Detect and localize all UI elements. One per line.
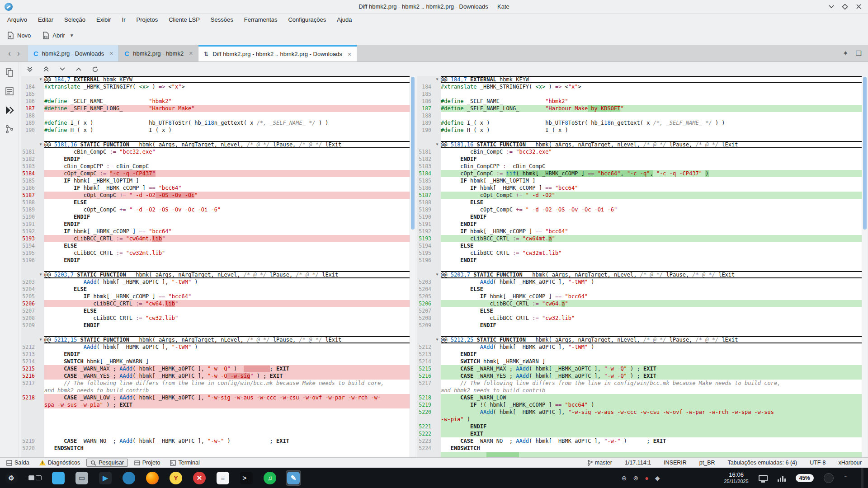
minimize-button[interactable] — [827, 3, 835, 11]
fold-arrow-icon[interactable]: ▼ — [434, 336, 441, 343]
taskbar-yellow-app-icon[interactable]: Y — [168, 470, 184, 486]
line-number: 188 — [21, 112, 37, 119]
night-color-icon[interactable] — [824, 473, 834, 483]
taskbar-kate-icon[interactable]: ✎ — [286, 470, 301, 486]
taskbar-media-player-icon[interactable]: ▶ — [98, 470, 113, 486]
quick-open-icon[interactable]: ✦ — [843, 49, 849, 57]
open-dropdown-caret-icon[interactable]: ▼ — [70, 33, 74, 38]
tab-close-icon[interactable]: × — [109, 50, 113, 57]
diff-spacer-row — [21, 416, 410, 423]
tray-notify-icon[interactable]: ◆ — [655, 474, 660, 482]
new-document-button[interactable]: Novo — [7, 32, 31, 39]
reload-diff-icon[interactable] — [90, 64, 100, 75]
toolview-button-terminal[interactable]: Terminal — [166, 459, 203, 466]
battery-indicator[interactable]: 45% — [796, 474, 814, 482]
tab-0[interactable]: Chbmk2.prg - Downloads× — [28, 45, 119, 61]
taskbar-spotify-icon[interactable]: ♫ — [262, 470, 278, 486]
diff-code-row: 5182 ENDIF — [21, 155, 410, 163]
taskbar-system-settings-icon[interactable] — [51, 470, 66, 486]
open-button-label: Abrir — [52, 32, 65, 39]
show-desktop-button[interactable] — [861, 468, 863, 488]
menu-item-sessões[interactable]: Sessões — [211, 16, 233, 23]
fold-arrow-icon[interactable]: ▼ — [37, 271, 44, 278]
debug-panel-icon[interactable] — [4, 104, 15, 116]
tray-red-dot-icon[interactable]: ● — [645, 474, 648, 482]
left-pane-scrollbar-thumb[interactable] — [411, 77, 415, 230]
system-monitor-icon[interactable] — [778, 474, 786, 482]
fold-arrow-icon[interactable]: ▼ — [434, 141, 441, 148]
right-pane-scrollbar-thumb[interactable] — [863, 77, 867, 230]
fold-arrow-icon[interactable]: ▼ — [434, 271, 441, 278]
jump-last-difference-icon[interactable] — [24, 64, 35, 75]
menu-item-seleção[interactable]: Seleção — [64, 16, 85, 23]
clock[interactable]: 16:06 25/11/2025 — [724, 472, 749, 484]
taskbar-virtual-desktops-icon[interactable] — [27, 470, 42, 486]
diff-pane-right-code[interactable]: ▼@@ 184,7 EXTERNAL hbmk_KEYW184#xtransla… — [417, 76, 862, 457]
menu-item-cliente-lsp[interactable]: Cliente LSP — [169, 16, 200, 23]
symbols-panel-icon[interactable] — [4, 85, 15, 97]
display-settings-icon[interactable] — [759, 475, 768, 481]
tab-settings[interactable]: Tabulações emuladas: 6 (4) — [728, 460, 797, 466]
close-button[interactable] — [854, 3, 863, 11]
tab-2[interactable]: ⇄Diff hbmk2.prg - hbmk2 .. hbmk2.prg - D… — [198, 45, 357, 61]
git-branch-indicator[interactable]: master — [587, 460, 612, 466]
fold-arrow-icon[interactable]: ▼ — [37, 141, 44, 148]
taskbar-red-app-icon[interactable]: ✕ — [192, 470, 207, 486]
menu-item-projetos[interactable]: Projetos — [137, 16, 158, 23]
previous-difference-icon[interactable] — [73, 64, 84, 75]
menu-item-editar[interactable]: Editar — [38, 16, 53, 23]
taskbar-app-launcher-icon[interactable]: ⚙ — [4, 470, 19, 486]
diff-code-row: 5187 cOpt_CompC += " -d -O2" — [417, 192, 862, 199]
line-number — [21, 401, 37, 408]
diff-hunk-header: ▼@@ 184,7 EXTERNAL hbmk_KEYW — [417, 76, 862, 83]
right-pane-scrollbar[interactable] — [862, 76, 867, 457]
tab-history-forward-button[interactable]: › — [17, 49, 20, 58]
menu-item-ferramentas[interactable]: Ferramentas — [244, 16, 278, 23]
tab-close-icon[interactable]: × — [189, 50, 193, 57]
tray-network-icon[interactable]: ⊕ — [622, 474, 627, 482]
toolview-button-projeto[interactable]: Projeto — [131, 459, 164, 466]
next-difference-icon[interactable] — [57, 64, 68, 75]
line-number — [417, 76, 434, 83]
toolview-button-pesquisar[interactable]: Pesquisar — [86, 459, 128, 467]
diagnósticos-icon — [39, 460, 46, 465]
diff-pane-left-code[interactable]: ▼@@ 184,7 EXTERNAL hbmk_KEYW184#xtransla… — [21, 76, 410, 457]
syntax-mode[interactable]: xHarbour — [839, 460, 862, 466]
fold-arrow-icon[interactable]: ▼ — [37, 336, 44, 343]
taskbar-terminal-icon[interactable]: >_ — [239, 470, 254, 486]
open-document-button[interactable]: Abrir ▼ — [42, 32, 74, 39]
menu-item-arquivo[interactable]: Arquivo — [7, 16, 27, 23]
dictionary-locale[interactable]: pt_BR — [699, 460, 715, 466]
taskbar-browser-blue-icon[interactable] — [121, 470, 137, 486]
jump-first-difference-icon[interactable] — [41, 64, 52, 75]
diff-spacer-row — [417, 134, 862, 141]
line-number: 5207 — [21, 307, 37, 314]
encoding[interactable]: UTF-8 — [810, 460, 826, 466]
menu-item-exibir[interactable]: Exibir — [96, 16, 111, 23]
tab-history-back-button[interactable]: ‹ — [8, 49, 11, 58]
tab-1[interactable]: Chbmk2.prg - hbmk2× — [119, 45, 198, 61]
menu-item-ir[interactable]: Ir — [122, 16, 126, 23]
taskbar-text-document-icon[interactable]: ≡ — [215, 470, 231, 486]
tab-close-icon[interactable]: × — [348, 51, 351, 58]
taskbar-firefox-icon[interactable] — [145, 470, 160, 486]
git-panel-icon[interactable] — [4, 123, 15, 135]
menu-item-configurações[interactable]: Configurações — [288, 16, 326, 23]
fold-arrow-icon[interactable]: ▼ — [434, 76, 441, 83]
restore-button[interactable] — [841, 3, 849, 11]
cursor-position[interactable]: 1/17.114:1 — [625, 460, 651, 466]
documents-panel-icon[interactable] — [4, 66, 15, 78]
line-number: 5208 — [21, 314, 37, 322]
fold-arrow-icon[interactable]: ▼ — [37, 76, 44, 83]
taskbar-file-manager-icon[interactable]: ▭ — [74, 470, 90, 486]
line-number: 5218 — [417, 394, 434, 401]
tray-security-icon[interactable]: ⊗ — [633, 474, 639, 482]
toolview-button-diagn-sticos[interactable]: Diagnósticos — [36, 459, 84, 466]
menu-item-ajuda[interactable]: Ajuda — [337, 16, 352, 23]
tray-expander-icon[interactable]: ⌃ — [844, 475, 848, 481]
left-pane-scrollbar[interactable] — [410, 76, 415, 457]
toolview-button-sa-da[interactable]: Saída — [3, 459, 33, 466]
split-view-icon[interactable]: ❏ — [856, 49, 862, 57]
input-mode[interactable]: INSERIR — [664, 460, 687, 466]
line-number: 5213 — [417, 351, 434, 358]
